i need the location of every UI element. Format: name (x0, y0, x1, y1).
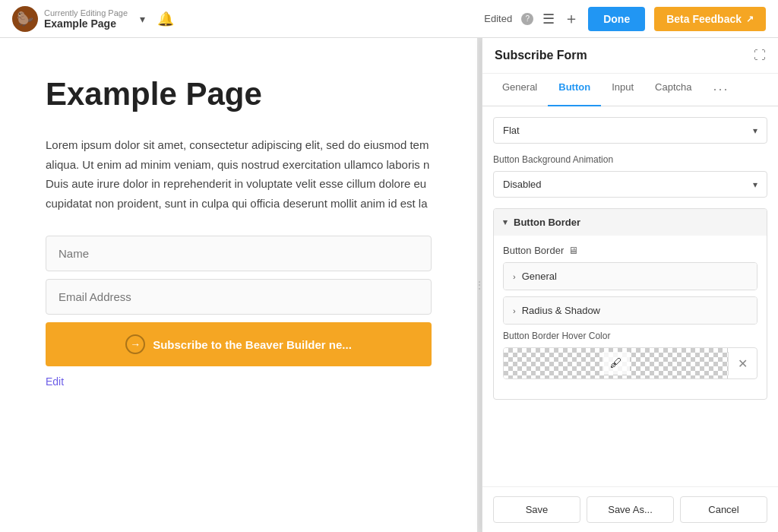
general-label: General (522, 271, 557, 282)
border-section-label: Button Border (514, 217, 580, 228)
logo-icon: 🦫 (12, 6, 38, 32)
tab-captcha[interactable]: Captcha (644, 74, 702, 106)
button-border-section: ▾ Button Border Button Border 🖥 › Genera… (493, 208, 767, 400)
border-section-body: Button Border 🖥 › General › (494, 236, 767, 399)
main-area: Example Page Lorem ipsum dolor sit amet,… (0, 38, 778, 532)
add-icon[interactable]: ＋ (564, 8, 579, 29)
currently-editing-label: Currently Editing Page (44, 8, 128, 17)
subscribe-button[interactable]: → Subscribe to the Beaver Builder ne... (46, 322, 432, 366)
general-chevron: › (513, 272, 516, 281)
help-icon[interactable]: ? (521, 13, 533, 25)
radius-chevron: › (513, 306, 516, 315)
page-canvas: Example Page Lorem ipsum dolor sit amet,… (0, 38, 477, 532)
tab-button[interactable]: Button (548, 74, 601, 106)
edited-status: Edited (484, 13, 512, 24)
tab-input[interactable]: Input (601, 74, 644, 106)
style-dropdown-chevron: ▾ (753, 125, 757, 136)
border-radius-header[interactable]: › Radius & Shadow (504, 297, 757, 324)
page-info: Currently Editing Page Example Page (44, 8, 128, 30)
style-dropdown[interactable]: Flat ▾ (493, 117, 767, 144)
button-border-label: Button Border 🖥 (503, 245, 757, 256)
button-border-header[interactable]: ▾ Button Border (494, 209, 767, 236)
panel-footer: Save Save As... Cancel (482, 486, 778, 532)
page-dropdown-chevron[interactable]: ▾ (140, 13, 145, 25)
radius-label: Radius & Shadow (522, 305, 600, 316)
done-button[interactable]: Done (588, 7, 645, 31)
border-general-sub: › General (503, 262, 757, 290)
save-as-button[interactable]: Save As... (587, 496, 674, 523)
page-title: Example Page (46, 76, 432, 112)
settings-panel: Subscribe Form ⛶ General Button Input Ca… (482, 38, 778, 532)
panel-tabs: General Button Input Captcha ··· (482, 74, 778, 106)
body-text: Lorem ipsum dolor sit amet, consectetur … (46, 135, 432, 213)
subscribe-button-text: Subscribe to the Beaver Builder ne... (153, 338, 352, 351)
subscribe-form: → Subscribe to the Beaver Builder ne... … (46, 236, 432, 388)
edit-link[interactable]: Edit (46, 375, 64, 388)
color-clear-button[interactable]: ✕ (728, 352, 757, 375)
external-link-icon: ↗ (746, 14, 754, 24)
panel-body: Flat ▾ Button Background Animation Disab… (482, 106, 778, 486)
arrow-icon: → (125, 334, 145, 354)
panel-header: Subscribe Form ⛶ (482, 38, 778, 74)
hover-color-picker[interactable]: 🖋 ✕ (503, 347, 757, 379)
animation-label: Button Background Animation (493, 154, 767, 165)
save-button[interactable]: Save (493, 496, 580, 523)
topbar-right: Edited ? ☰ ＋ Done Beta Feedback ↗ (484, 7, 766, 31)
cancel-button[interactable]: Cancel (680, 496, 767, 523)
border-section-chevron: ▾ (503, 217, 508, 227)
email-input[interactable] (46, 279, 432, 315)
border-general-header[interactable]: › General (504, 263, 757, 290)
top-bar: 🦫 Currently Editing Page Example Page ▾ … (0, 0, 778, 38)
eyedropper-button[interactable]: 🖋 (602, 352, 630, 375)
list-icon[interactable]: ☰ (542, 11, 555, 27)
tab-more[interactable]: ··· (702, 74, 739, 106)
animation-dropdown[interactable]: Disabled ▾ (493, 171, 767, 198)
logo-area: 🦫 Currently Editing Page Example Page ▾ … (12, 6, 478, 32)
monitor-icon[interactable]: 🖥 (568, 245, 578, 256)
tab-general[interactable]: General (492, 74, 548, 106)
name-input[interactable] (46, 236, 432, 271)
page-name: Example Page (44, 17, 128, 30)
panel-title: Subscribe Form (495, 49, 587, 62)
hover-color-label: Button Border Hover Color (503, 331, 757, 341)
notification-bell-icon[interactable]: 🔔 (157, 11, 174, 27)
animation-dropdown-chevron: ▾ (753, 179, 757, 190)
maximize-icon[interactable]: ⛶ (754, 49, 766, 62)
border-radius-sub: › Radius & Shadow (503, 296, 757, 325)
beta-feedback-button[interactable]: Beta Feedback ↗ (654, 7, 766, 31)
color-swatch[interactable]: 🖋 (504, 348, 728, 378)
